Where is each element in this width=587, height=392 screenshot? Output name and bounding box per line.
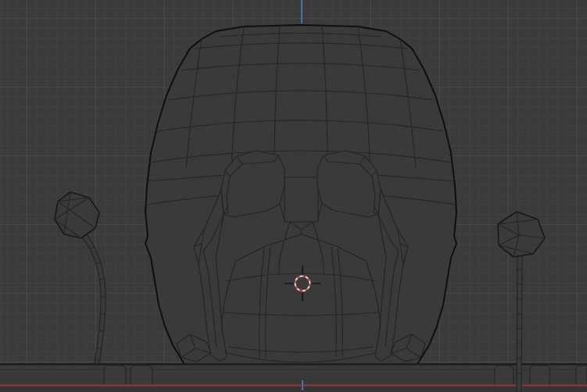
lamp-right-head — [498, 212, 545, 257]
ground-foot-shape — [131, 365, 152, 386]
3d-viewport[interactable] — [0, 0, 587, 392]
mesh-nose — [285, 177, 318, 222]
ground-foot-shape — [495, 365, 514, 386]
character-mesh[interactable] — [145, 25, 456, 365]
lamp-object-left[interactable] — [55, 192, 106, 364]
below-axis-area — [0, 386, 587, 392]
ground-foot-shape — [530, 365, 549, 386]
ground-foot-shape — [104, 365, 126, 386]
scene-svg — [0, 0, 587, 392]
ground-platform[interactable] — [0, 364, 587, 392]
lamp-right-stalk — [517, 256, 522, 392]
lamp-left-stalk — [82, 234, 106, 364]
ground-foot-shape — [576, 365, 587, 386]
